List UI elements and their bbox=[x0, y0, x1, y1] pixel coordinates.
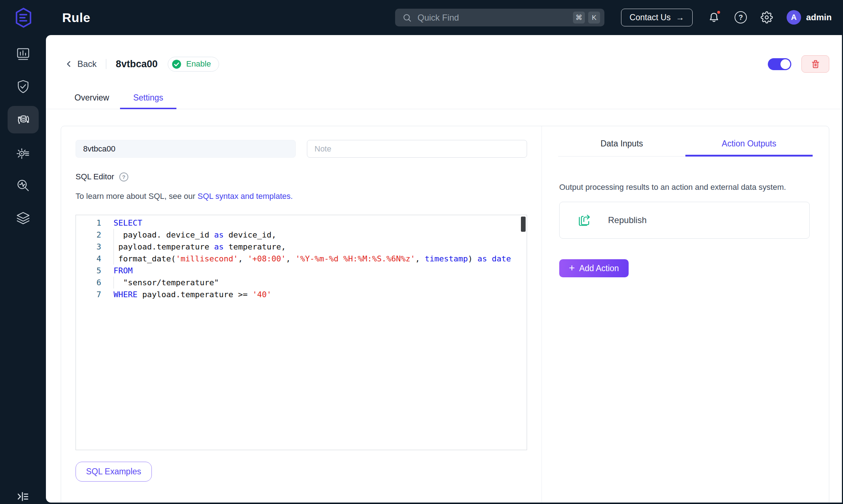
help-button[interactable]: ? bbox=[735, 11, 747, 24]
delete-rule-button[interactable] bbox=[801, 55, 829, 73]
settings-card: SQL Editor ? To learn more about SQL, se… bbox=[61, 126, 829, 503]
add-action-button[interactable]: + Add Action bbox=[559, 259, 629, 277]
gear-icon bbox=[761, 11, 773, 24]
sql-code-editor[interactable]: 1SELECT2 payload. device_id as device_id… bbox=[76, 215, 527, 450]
code-line: 1SELECT bbox=[76, 217, 527, 229]
code-line: 3 payload.temperature as temperature, bbox=[76, 241, 527, 253]
code-line: 4 format_date('millisecond', '+08:00', '… bbox=[76, 253, 527, 265]
username: admin bbox=[806, 12, 832, 22]
rule-name-input[interactable] bbox=[76, 140, 296, 158]
shortcut-cmd-key: ⌘ bbox=[573, 12, 585, 24]
sidebar-item-access-control[interactable] bbox=[8, 73, 39, 101]
topbar: Rule ⌘ K Contact Us → ? bbox=[0, 0, 843, 35]
code-line: 5FROM bbox=[76, 265, 527, 277]
contact-us-button[interactable]: Contact Us → bbox=[621, 9, 693, 26]
search-input[interactable] bbox=[418, 13, 570, 23]
sidebar bbox=[0, 35, 46, 504]
sidebar-item-rule-engine[interactable] bbox=[8, 106, 39, 133]
gear-config-icon bbox=[15, 144, 31, 161]
editor-scrollbar-thumb[interactable] bbox=[521, 217, 526, 232]
help-icon: ? bbox=[739, 13, 743, 22]
sql-syntax-link[interactable]: SQL syntax and templates. bbox=[198, 192, 293, 201]
sql-section: SQL Editor ? To learn more about SQL, se… bbox=[61, 126, 542, 503]
line-number: 2 bbox=[76, 229, 101, 241]
outputs-description: Output processing results to an action a… bbox=[559, 182, 812, 193]
notification-dot bbox=[716, 10, 721, 15]
note-input[interactable] bbox=[307, 140, 527, 158]
check-circle-icon bbox=[172, 59, 181, 69]
outputs-tabs: Data Inputs Action Outputs bbox=[558, 131, 813, 157]
header-divider bbox=[106, 59, 106, 69]
avatar[interactable]: A bbox=[787, 10, 801, 25]
trash-icon bbox=[810, 59, 821, 69]
tab-settings[interactable]: Settings bbox=[120, 86, 176, 109]
sidebar-item-dashboard[interactable] bbox=[8, 40, 39, 68]
question-circle-icon[interactable]: ? bbox=[119, 172, 128, 181]
sidebar-item-management[interactable] bbox=[8, 139, 39, 166]
sidebar-item-diagnose[interactable] bbox=[8, 172, 39, 199]
action-item-republish[interactable]: Republish bbox=[559, 202, 810, 239]
rule-tabs: Overview Settings bbox=[46, 86, 842, 109]
collapse-sidebar-button[interactable] bbox=[16, 490, 30, 503]
code-lines: 1SELECT2 payload. device_id as device_id… bbox=[76, 217, 527, 300]
rule-engine-icon bbox=[15, 111, 31, 128]
line-number: 7 bbox=[76, 289, 101, 300]
line-number: 1 bbox=[76, 217, 101, 229]
quick-find-search[interactable]: ⌘ K bbox=[395, 9, 604, 26]
shortcut-k-key: K bbox=[588, 12, 600, 24]
back-label: Back bbox=[77, 59, 97, 69]
dashboard-icon bbox=[15, 46, 31, 62]
sql-editor-label: SQL Editor bbox=[76, 172, 114, 181]
collapse-sidebar-icon bbox=[16, 490, 30, 503]
shield-check-icon bbox=[15, 78, 31, 95]
line-number: 6 bbox=[76, 277, 101, 289]
layers-icon bbox=[15, 210, 31, 227]
arrow-right-icon: → bbox=[676, 13, 684, 22]
sidebar-item-extensions[interactable] bbox=[8, 205, 39, 232]
page-title: Rule bbox=[62, 10, 90, 25]
code-line: 6 "sensor/temperature" bbox=[76, 277, 527, 289]
line-number: 4 bbox=[76, 253, 101, 265]
monitoring-icon bbox=[15, 177, 31, 194]
code-line: 7WHERE payload.temperature >= '40' bbox=[76, 289, 527, 300]
main-panel: Back 8vtbca00 Enable Overview bbox=[46, 35, 842, 503]
chevron-left-icon bbox=[64, 59, 74, 69]
page-header: Back 8vtbca00 Enable bbox=[64, 54, 829, 74]
tab-overview[interactable]: Overview bbox=[64, 86, 120, 109]
status-badge: Enable bbox=[168, 57, 219, 72]
line-number: 5 bbox=[76, 265, 101, 277]
search-icon bbox=[402, 13, 412, 22]
line-number: 3 bbox=[76, 241, 101, 253]
sql-examples-button[interactable]: SQL Examples bbox=[76, 462, 152, 482]
settings-button[interactable] bbox=[761, 11, 773, 24]
toggle-knob bbox=[780, 59, 790, 69]
enable-toggle[interactable] bbox=[768, 58, 791, 70]
rule-id: 8vtbca00 bbox=[116, 59, 158, 70]
notifications-button[interactable] bbox=[708, 11, 720, 24]
plus-icon: + bbox=[569, 263, 575, 273]
republish-icon bbox=[576, 212, 593, 228]
app-logo-icon[interactable] bbox=[13, 7, 34, 28]
sql-help-text: To learn more about SQL, see our SQL syn… bbox=[76, 192, 527, 201]
outputs-section: Data Inputs Action Outputs Output proces… bbox=[542, 126, 829, 503]
action-label: Republish bbox=[608, 215, 647, 225]
status-badge-label: Enable bbox=[186, 59, 211, 69]
tab-data-inputs[interactable]: Data Inputs bbox=[558, 131, 685, 156]
tab-action-outputs[interactable]: Action Outputs bbox=[685, 131, 813, 156]
back-button[interactable]: Back bbox=[64, 59, 97, 69]
code-line: 2 payload. device_id as device_id, bbox=[76, 229, 527, 241]
